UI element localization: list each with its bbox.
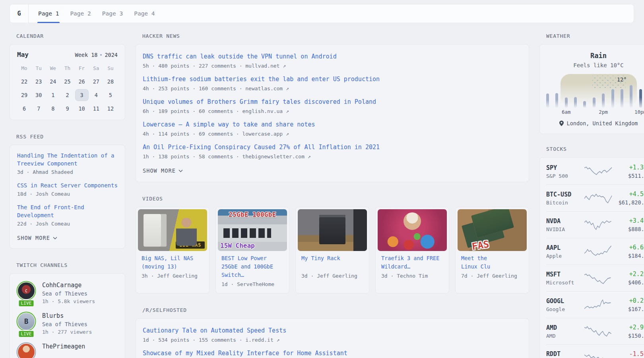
stock-row[interactable]: RDDT -1.59%: [546, 344, 644, 358]
rss-item-title[interactable]: Handling The Indentation of a Treeview C…: [17, 152, 118, 167]
stock-price: $61,820.02: [613, 199, 644, 206]
page-tab[interactable]: Page 2: [69, 4, 91, 23]
video-thumbnail[interactable]: [298, 209, 367, 251]
video-title[interactable]: Big NAS, Lil NAS (moving 13): [142, 254, 204, 271]
stock-row[interactable]: GOOGL Google +0.25% $167.03: [546, 291, 644, 318]
video-thumbnail[interactable]: 25GbE 100GbE 15W Cheap: [218, 209, 287, 251]
stock-name: Apple: [546, 253, 584, 259]
stock-sparkline: [584, 272, 613, 284]
stock-symbol: GOOGL: [546, 298, 584, 305]
stock-row[interactable]: NVDA NVIDIA +3.49% $888.12: [546, 211, 644, 238]
calendar-week: Week 18: [75, 52, 98, 58]
hackernews-item-title[interactable]: Unique volumes of Brothers Grimm fairy t…: [143, 98, 522, 106]
stock-name: S&P 500: [546, 173, 584, 179]
video-title[interactable]: BEST Low Power 25GbE and 100GbE Switch…: [221, 254, 283, 279]
reddit-widget: /R/SELFHOSTED Cautionary Tale on Automat…: [136, 307, 529, 358]
calendar-widget: CALENDAR May Week 18 2024 Mo Tu: [10, 33, 125, 120]
weather-time-label: 10pm: [634, 109, 644, 115]
weather-bar: [593, 97, 596, 108]
video-card: Traefik 3 and FREE Wildcard… 3d · Techno…: [375, 207, 449, 294]
page-tab[interactable]: Page 1: [37, 4, 60, 23]
video-title[interactable]: Traefik 3 and FREE Wildcard…: [381, 254, 443, 271]
calendar-card: May Week 18 2024 Mo Tu We: [10, 44, 125, 120]
thumbnail-overlay-text: 15W Cheap: [220, 242, 255, 249]
weekday-label: Fr: [75, 64, 89, 73]
weather-current-temp: 12°: [617, 76, 627, 83]
rss-item: Handling The Indentation of a Treeview C…: [17, 152, 118, 175]
reddit-item-title[interactable]: Cautionary Tale on Automated Speed Tests: [143, 327, 522, 335]
weather-time-label: 2pm: [599, 109, 608, 115]
rss-item-title[interactable]: CSS in React Server Components: [17, 181, 118, 189]
twitch-channel-name[interactable]: ThePrimeagen: [42, 343, 85, 350]
video-title[interactable]: Meet the Linux Clu: [461, 254, 523, 271]
stock-sparkline: [584, 325, 613, 337]
weekday-label: We: [46, 64, 60, 73]
hackernews-item-meta: 4h · 253 points · 160 comments · newatla…: [143, 86, 522, 91]
weather-time-label: 6am: [562, 109, 571, 115]
stocks-list: SPY S&P 500 +1.32% $511.69: [546, 158, 644, 358]
twitch-category[interactable]: Sea of Thieves: [42, 290, 95, 297]
stock-sparkline: [584, 352, 613, 358]
stock-row[interactable]: BTC-USD Bitcoin +4.56% $61,820.02: [546, 185, 644, 211]
hackernews-item-title[interactable]: An Oil Price-Fixing Conspiracy Caused 27…: [143, 143, 522, 152]
separator-dot-icon: [100, 54, 102, 56]
top-nav: G Page 1 Page 2 Page 3 Page 4: [10, 4, 634, 23]
page-tab[interactable]: Page 4: [133, 4, 155, 23]
stock-sparkline: [584, 245, 613, 257]
app-logo[interactable]: G: [10, 4, 29, 23]
weather-bar: [574, 97, 577, 108]
calendar-month: May: [17, 51, 29, 58]
hackernews-item-title[interactable]: Lowercase – A simple way to take and sha…: [143, 121, 522, 129]
calendar-day: 26: [75, 76, 89, 87]
hackernews-show-more-button[interactable]: SHOW MORE: [143, 166, 522, 177]
video-title[interactable]: My Tiny Rack: [301, 254, 363, 271]
twitch-channel-row[interactable]: C LIVE CohhCarnage Sea of Thieves 1h · 5…: [17, 282, 118, 304]
video-card: My Tiny Rack 3d · Jeff Geerling: [295, 207, 369, 294]
hackernews-item-title[interactable]: DNS traffic can leak outside the VPN tun…: [143, 53, 522, 61]
stock-row[interactable]: AAPL Apple +6.63% $184.51: [546, 238, 644, 265]
calendar-weekdays: Mo Tu We Th Fr Sa Su: [17, 64, 118, 73]
weather-widget: WEATHER Rain Feels like 10°C 12° 6am2pm1…: [539, 33, 644, 134]
stock-price: $184.51: [613, 253, 644, 259]
calendar-day: 12: [103, 103, 118, 114]
stock-row[interactable]: AMD AMD +2.97% $150.50: [546, 318, 644, 344]
twitch-category[interactable]: Sea of Thieves: [42, 321, 92, 327]
reddit-item-meta: 1d · 534 points · 155 comments · i.redd.…: [143, 337, 522, 343]
hackernews-item-meta: 6h · 189 points · 60 comments · english.…: [143, 108, 522, 114]
weather-time-labels: 6am2pm10pm: [546, 109, 644, 115]
rss-header: RSS FEED: [16, 134, 125, 140]
rss-item: CSS in React Server Components 18d · Jos…: [17, 181, 118, 197]
stock-row[interactable]: MSFT Microsoft +2.24% $406.76: [546, 265, 644, 291]
stock-symbol: BTC-USD: [546, 191, 584, 198]
hackernews-item-title[interactable]: Lithium-free sodium batteries exit the l…: [143, 75, 522, 84]
rss-item-title[interactable]: The End of Front-End Development: [17, 203, 118, 219]
rss-show-more-button[interactable]: SHOW MORE: [17, 233, 118, 244]
twitch-header: TWITCH CHANNELS: [16, 262, 125, 268]
video-thumbnail[interactable]: [378, 209, 447, 251]
calendar-day: 25: [60, 76, 74, 87]
weather-bar: [621, 89, 623, 108]
weekday-label: Th: [60, 64, 74, 73]
twitch-channel-row[interactable]: B LIVE Blurbs Sea of Thieves 1h · 277 vi…: [17, 312, 118, 335]
twitch-channel-row[interactable]: ThePrimeagen: [17, 343, 118, 358]
middle-column: HACKER NEWS DNS traffic can leak outside…: [136, 33, 529, 358]
weather-card: Rain Feels like 10°C 12° 6am2pm10pm Lond…: [539, 44, 644, 134]
twitch-channel-name[interactable]: CohhCarnage: [42, 282, 95, 289]
stock-symbol: AAPL: [546, 244, 584, 251]
stocks-header: STOCKS: [546, 146, 644, 152]
video-thumbnail[interactable]: LIL NAS: [138, 209, 207, 251]
calendar-day: 3: [75, 90, 89, 101]
calendar-day: 24: [46, 76, 60, 87]
video-thumbnail[interactable]: FAS: [458, 209, 527, 251]
calendar-day: 1: [46, 90, 60, 101]
video-meta: 3h · Jeff Geerling: [142, 273, 204, 279]
page-tab[interactable]: Page 3: [101, 4, 124, 23]
twitch-channel-name[interactable]: Blurbs: [42, 312, 92, 319]
hackernews-card: DNS traffic can leak outside the VPN tun…: [136, 44, 529, 182]
reddit-item-title[interactable]: Showcase of my Mixed Reality Interface f…: [143, 349, 522, 358]
stock-symbol: RDDT: [546, 350, 584, 358]
hackernews-item: An Oil Price-Fixing Conspiracy Caused 27…: [143, 143, 522, 160]
stock-row[interactable]: SPY S&P 500 +1.32% $511.69: [546, 158, 644, 185]
twitch-widget: TWITCH CHANNELS C LIVE: [10, 262, 125, 358]
calendar-day: 23: [31, 76, 46, 87]
